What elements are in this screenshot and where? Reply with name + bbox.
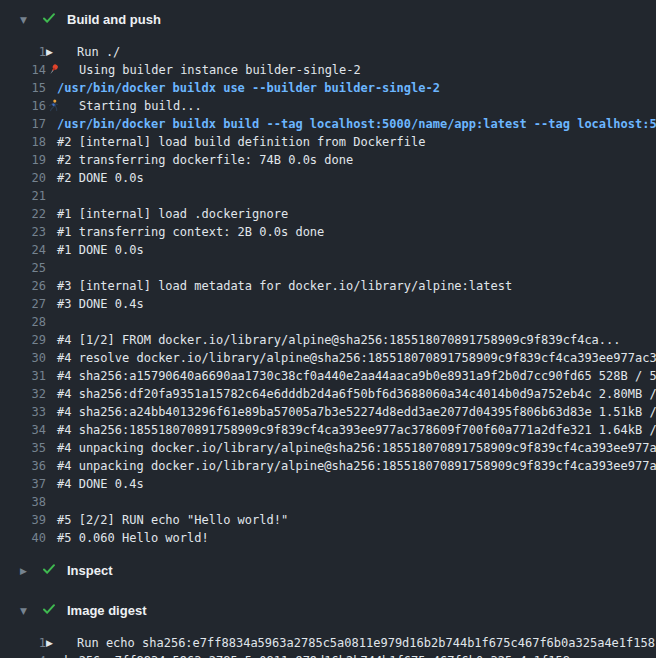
line-number[interactable]: 35 [0,439,46,457]
chevron-right-icon[interactable]: ▶ [16,563,31,579]
line-number[interactable]: 16 [0,97,46,115]
line-number[interactable]: 31 [0,367,46,385]
line-number[interactable]: 37 [0,475,46,493]
log-line: 23#1 transferring context: 2B 0.0s done [0,223,656,241]
runner-icon [46,97,60,115]
log-line: 33#4 sha256:a24bb4013296f61e89ba57005a7b… [0,403,656,421]
line-number[interactable]: 34 [0,421,46,439]
log-line: 4sha256:e7ff8834a5963a2785c5a0811e979d16… [0,652,656,658]
line-number[interactable]: 30 [0,349,46,367]
check-icon [31,10,57,30]
log-line: 15/usr/bin/docker buildx use --builder b… [0,79,656,97]
log-text: #4 unpacking docker.io/library/alpine@sh… [57,457,656,475]
log-line: 28 [0,313,656,331]
log-line: 14Using builder instance builder-single-… [0,61,656,79]
step-section-image-digest: ▼Image digest1▶Run echo sha256:e7ff8834a… [0,591,656,658]
section-title: Image digest [67,603,146,619]
log-text: #4 resolve docker.io/library/alpine@sha2… [57,349,656,367]
check-icon [31,601,57,621]
log-line: 17/usr/bin/docker buildx build --tag loc… [0,115,656,133]
log-line: 20#2 DONE 0.0s [0,169,656,187]
line-number[interactable]: 29 [0,331,46,349]
log-line: 32#4 sha256:df20fa9351a15782c64e6dddb2d4… [0,385,656,403]
log-line: 18#2 [internal] load build definition fr… [0,133,656,151]
log-text: sha256:e7ff8834a5963a2785c5a0811e979d16b… [57,652,570,658]
line-number[interactable]: 21 [0,187,46,205]
log-line: 36#4 unpacking docker.io/library/alpine@… [0,457,656,475]
log-line: 24#1 DONE 0.0s [0,241,656,259]
section-title: Inspect [67,563,113,579]
log-text: #4 sha256:a24bb4013296f61e89ba57005a7b3e… [57,403,656,421]
log-line: 34#4 sha256:185518070891758909c9f839cf4c… [0,421,656,439]
step-section-build-and-push: ▼Build and push1▶Run ./14Using builder i… [0,0,656,551]
section-header[interactable]: ▼Build and push [0,0,656,40]
log-text: Starting build... [79,97,202,115]
log-text: /usr/bin/docker buildx use --builder bui… [57,79,440,97]
log-text: #5 [2/2] RUN echo "Hello world!" [57,511,288,529]
log-text: #5 0.060 Hello world! [57,529,209,547]
log-text: #4 unpacking docker.io/library/alpine@sh… [57,439,656,457]
log-lines: 1▶Run echo sha256:e7ff8834a5963a2785c5a0… [0,631,656,658]
line-number[interactable]: 27 [0,295,46,313]
log-text: #1 DONE 0.0s [57,241,144,259]
check-icon [31,561,57,581]
play-icon[interactable]: ▶ [46,43,59,61]
section-header[interactable]: ▶Inspect [0,551,656,591]
line-number[interactable]: 4 [0,652,46,658]
log-lines: 1▶Run ./14Using builder instance builder… [0,40,656,551]
log-line: 39#5 [2/2] RUN echo "Hello world!" [0,511,656,529]
line-number[interactable]: 18 [0,133,46,151]
log-line: 26#3 [internal] load metadata for docker… [0,277,656,295]
line-number[interactable]: 14 [0,61,46,79]
line-number[interactable]: 39 [0,511,46,529]
line-number[interactable]: 1 [0,634,46,652]
log-text: #4 sha256:185518070891758909c9f839cf4ca3… [57,421,656,439]
log-text: #4 sha256:df20fa9351a15782c64e6dddb2d4a6… [57,385,656,403]
line-number[interactable]: 36 [0,457,46,475]
line-number[interactable]: 1 [0,43,46,61]
log-text: #2 transferring dockerfile: 74B 0.0s don… [57,151,353,169]
line-number[interactable]: 15 [0,79,46,97]
log-line: 22#1 [internal] load .dockerignore [0,205,656,223]
log-line: 29#4 [1/2] FROM docker.io/library/alpine… [0,331,656,349]
log-text: #2 [internal] load build definition from… [57,133,425,151]
log-text: #1 transferring context: 2B 0.0s done [57,223,324,241]
section-header[interactable]: ▼Image digest [0,591,656,631]
log-line: 16Starting build... [0,97,656,115]
log-text: #3 [internal] load metadata for docker.i… [57,277,512,295]
line-number[interactable]: 17 [0,115,46,133]
line-number[interactable]: 25 [0,259,46,277]
line-number[interactable]: 20 [0,169,46,187]
log-text: #3 DONE 0.4s [57,295,144,313]
log-line: 35#4 unpacking docker.io/library/alpine@… [0,439,656,457]
log-text: Using builder instance builder-single-2 [79,61,361,79]
log-line: 21 [0,187,656,205]
log-line: 1▶Run ./ [0,43,656,61]
line-number[interactable]: 22 [0,205,46,223]
log-text: Run echo sha256:e7ff8834a5963a2785c5a081… [77,634,655,652]
line-number[interactable]: 26 [0,277,46,295]
log-line: 38 [0,493,656,511]
log-text: #2 DONE 0.0s [57,169,144,187]
log-text: #4 sha256:a15790640a6690aa1730c38cf0a440… [57,367,656,385]
line-number[interactable]: 33 [0,403,46,421]
pushpin-icon [46,61,60,79]
line-number[interactable]: 23 [0,223,46,241]
play-icon[interactable]: ▶ [46,634,59,652]
log-line: 1▶Run echo sha256:e7ff8834a5963a2785c5a0… [0,634,656,652]
log-line: 27#3 DONE 0.4s [0,295,656,313]
line-number[interactable]: 19 [0,151,46,169]
line-number[interactable]: 28 [0,313,46,331]
log-text: #1 [internal] load .dockerignore [57,205,288,223]
workflow-log-viewer: ▼Build and push1▶Run ./14Using builder i… [0,0,656,658]
line-number[interactable]: 32 [0,385,46,403]
log-text: /usr/bin/docker buildx build --tag local… [57,115,656,133]
line-number[interactable]: 40 [0,529,46,547]
line-number[interactable]: 24 [0,241,46,259]
section-title: Build and push [67,12,161,28]
chevron-down-icon[interactable]: ▼ [16,603,31,619]
line-number[interactable]: 38 [0,493,46,511]
step-section-inspect: ▶Inspect [0,551,656,591]
chevron-down-icon[interactable]: ▼ [16,12,31,28]
log-line: 19#2 transferring dockerfile: 74B 0.0s d… [0,151,656,169]
